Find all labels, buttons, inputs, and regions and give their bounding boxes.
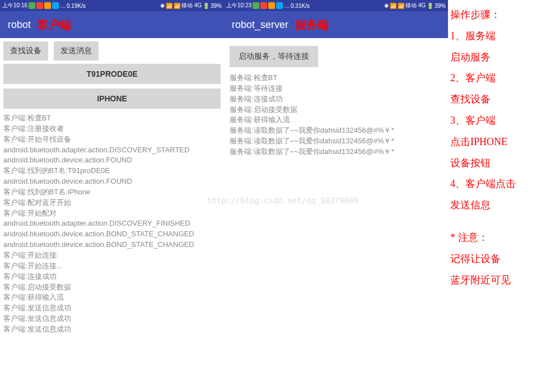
log-line: 客户端:连接成功 [3,272,221,282]
client-time: 上午10:16 [2,2,27,10]
client-title: robot [8,19,31,31]
find-device-button[interactable]: 查找设备 [3,41,48,60]
step-line: 4、客户端点击 [450,174,558,195]
log-line: 客户端:开始配对 [3,208,221,219]
send-message-button[interactable]: 发送消息 [54,41,99,60]
client-label: 客户端 [38,17,71,32]
log-line: 服务端:读取数据了~~我爱你dahsid132456@#%￥* [230,136,442,147]
log-line: 客户端:开始连接: [3,250,221,261]
server-log-list: 服务端:检查BT 服务端:等待连接 服务端:连接成功 服务端:启动接受数据 服务… [230,73,442,157]
log-line: 服务端:检查BT [230,73,442,83]
more-icon: … [60,3,66,9]
server-phone: 上午10:23 … 0.31K/s ✱ 📶 📶 移动 4G 🔋 39% robo… [224,0,448,392]
start-service-button[interactable]: 启动服务，等待连接 [230,46,318,67]
server-label: 服务端 [295,17,329,32]
note-line: 记得让设备 [450,249,558,270]
battery-icon: 🔋 [203,3,209,9]
log-line: 客户端:启动接受数据 [3,282,221,293]
client-titlebar: robot 客户端 [0,11,224,38]
log-line: android.bluetooth.device.action.BOND_STA… [3,240,221,250]
log-line: android.bluetooth.device.action.BOND_STA… [3,229,221,240]
client-content: 查找设备 发送消息 T91PRODE0E IPHONE 客户端:检查BT 客户端… [0,38,224,392]
server-speed: 0.31K/s [291,3,310,9]
client-net: 移动 4G [181,2,202,10]
signal-icon: 📶 [174,3,180,9]
log-line: 客户端:检查BT [3,113,221,124]
client-battery: 39% [211,3,222,9]
log-line: 客户端:找到的BT名:iPhone [3,187,221,198]
instructions-title: 操作步骤： [450,4,558,26]
log-line: 客户端:发送信息成功 [3,303,221,314]
step-line: 设备按钮 [450,153,558,174]
log-line: 服务端:启动接受数据 [230,105,442,115]
log-line: android.bluetooth.device.action.FOUND [3,176,221,187]
client-log-list: 客户端:检查BT 客户端:注册接收者 客户端:开始寻找设备 android.bl… [3,113,221,335]
server-time: 上午10:23 [226,2,251,10]
client-speed: 0.19K/s [67,3,86,9]
bluetooth-icon: ✱ [160,3,165,9]
step-line: 3、客户端 [450,110,558,132]
log-line: 客户端:找到的BT名:T91proDE0E [3,166,221,176]
bluetooth-icon: ✱ [384,3,389,9]
log-line: 服务端:等待连接 [230,83,442,94]
step-line: 查找设备 [450,89,558,110]
app-icon [268,2,275,9]
log-line: android.bluetooth.adapter.action.DISCOVE… [3,145,221,156]
log-line: 客户端:开始寻找设备 [3,134,221,145]
app-icon [36,2,43,9]
log-line: 客户端:发送信息成功 [3,314,221,324]
log-line: 服务端:读取数据了~~我爱你dahsid132456@#%￥* [230,125,442,136]
server-title: robot_server [232,19,288,31]
note-line: 蓝牙附近可见 [450,270,558,291]
log-line: 客户端:注册接收者 [3,124,221,134]
server-statusbar: 上午10:23 … 0.31K/s ✱ 📶 📶 移动 4G 🔋 39% [224,0,448,11]
log-line: 服务端:连接成功 [230,94,442,105]
log-line: 客户端:开始连接... [3,261,221,272]
log-line: 服务端:获得输入流 [230,115,442,125]
step-line: 2、客户端 [450,68,558,89]
server-net: 移动 4G [405,2,426,10]
server-content: 启动服务，等待连接 服务端:检查BT 服务端:等待连接 服务端:连接成功 服务端… [224,38,448,161]
app-icon [276,2,283,9]
note-title: * 注意： [450,227,558,249]
wifi-icon: 📶 [390,3,396,9]
server-titlebar: robot_server 服务端 [224,11,448,38]
server-battery: 39% [435,3,446,9]
app-icon [260,2,267,9]
log-line: 客户端:配对蓝牙开始 [3,198,221,208]
step-line: 点击IPHONE [450,132,558,153]
log-line: android.bluetooth.adapter.action.DISCOVE… [3,218,221,229]
app-icon [29,2,35,9]
wifi-icon: 📶 [166,3,172,9]
step-line: 1、服务端 [450,26,558,47]
battery-icon: 🔋 [427,3,433,9]
device-iphone-button[interactable]: IPHONE [3,88,221,109]
more-icon: … [284,3,290,9]
step-line: 启动服务 [450,47,558,68]
client-phone: 上午10:16 … 0.19K/s ✱ 📶 📶 移动 4G 🔋 39% robo… [0,0,224,392]
signal-icon: 📶 [398,3,404,9]
log-line: android.bluetooth.device.action.FOUND [3,155,221,166]
instructions-panel: 操作步骤： 1、服务端 启动服务 2、客户端 查找设备 3、客户端 点击IPHO… [448,0,560,392]
app-icon [44,2,51,9]
app-icon [253,2,259,9]
log-line: 客户端:发送信息成功 [3,324,221,335]
log-line: 服务端:读取数据了~~我爱你dahsid132456@#%￥* [230,147,442,157]
client-statusbar: 上午10:16 … 0.19K/s ✱ 📶 📶 移动 4G 🔋 39% [0,0,224,11]
device-t91-button[interactable]: T91PRODE0E [3,64,221,84]
log-line: 客户端:获得输入流 [3,292,221,303]
step-line: 发送信息 [450,195,558,216]
app-icon [52,2,59,9]
